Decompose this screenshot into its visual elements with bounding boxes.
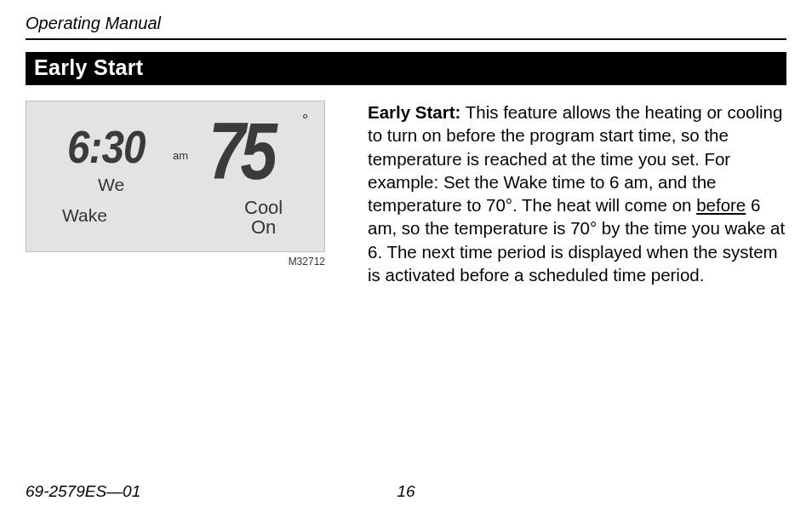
lcd-temperature: 75: [209, 105, 272, 198]
lcd-time: 6:30: [67, 120, 146, 173]
lcd-degree-icon: °: [302, 112, 308, 130]
text-column: Early Start: This feature allows the hea…: [368, 101, 786, 286]
thermostat-lcd: 6:30 am We Wake 75 ° Cool On: [26, 101, 325, 252]
lcd-mode-line2: On: [251, 216, 276, 239]
content-columns: 6:30 am We Wake 75 ° Cool On M32712 Earl…: [26, 101, 786, 286]
thermostat-figure: 6:30 am We Wake 75 ° Cool On M32712: [26, 101, 346, 268]
page-number: 16: [380, 482, 432, 501]
manual-page: Operating Manual Early Start 6:30 am We …: [0, 0, 812, 518]
underlined-word: before: [696, 195, 746, 215]
page-footer: 69-2579ES—01 16: [26, 482, 786, 501]
figure-code: M32712: [26, 256, 325, 268]
lcd-ampm: am: [173, 149, 188, 162]
section-title-bar: Early Start: [26, 52, 786, 85]
lcd-day: We: [98, 175, 124, 195]
running-head: Operating Manual: [26, 14, 786, 33]
figure-column: 6:30 am We Wake 75 ° Cool On M32712: [26, 101, 346, 286]
body-paragraph: Early Start: This feature allows the hea…: [368, 101, 786, 286]
lead-term: Early Start:: [368, 102, 460, 122]
lcd-period: Wake: [62, 205, 107, 226]
header-rule: [26, 38, 786, 40]
